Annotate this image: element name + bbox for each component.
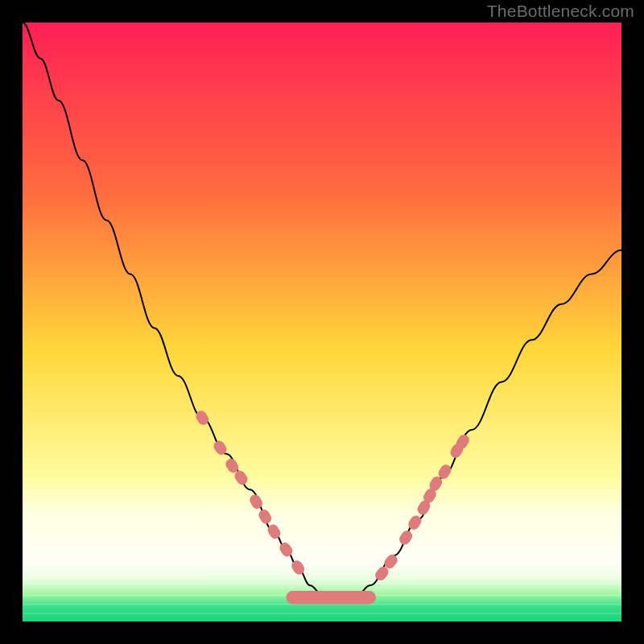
chart-frame: TheBottleneck.com bbox=[0, 0, 644, 644]
plot-area bbox=[23, 23, 621, 621]
bottom-pill bbox=[286, 591, 376, 604]
chart-svg bbox=[23, 23, 621, 621]
gradient-background bbox=[23, 23, 621, 621]
watermark-text: TheBottleneck.com bbox=[487, 2, 634, 21]
band-line bbox=[23, 583, 621, 584]
band-line bbox=[23, 613, 621, 614]
band-line bbox=[23, 571, 621, 572]
